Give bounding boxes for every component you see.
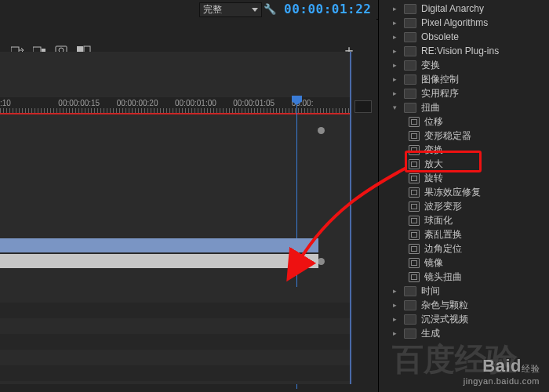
preset-icon xyxy=(409,145,420,155)
effect-item[interactable]: 放大 xyxy=(379,157,549,171)
preset-icon xyxy=(409,272,420,282)
effect-label: 镜头扭曲 xyxy=(424,270,462,284)
folder-icon xyxy=(404,74,416,85)
preset-icon xyxy=(409,131,420,141)
preset-icon xyxy=(409,173,420,183)
chevron-right-icon: ▸ xyxy=(393,315,399,323)
folder-label: 杂色与颗粒 xyxy=(421,299,468,312)
folder-icon xyxy=(404,46,416,56)
effect-label: 位移 xyxy=(424,115,443,129)
folder-label: RE:Vision Plug-ins xyxy=(421,45,499,56)
folder-label: Pixel Algorithms xyxy=(421,17,488,28)
effect-item[interactable]: 位移 xyxy=(379,114,549,129)
chevron-right-icon: ▸ xyxy=(393,301,399,309)
effect-item[interactable]: 紊乱置换 xyxy=(379,227,549,241)
folder-icon xyxy=(404,4,416,14)
quality-dropdown[interactable]: 完整 xyxy=(199,2,262,17)
effects-folder[interactable]: ▸时间 xyxy=(379,284,549,298)
folder-label: Digital Anarchy xyxy=(421,3,484,14)
folder-icon xyxy=(404,286,416,296)
preset-icon xyxy=(409,117,420,127)
work-area-bar[interactable] xyxy=(0,113,350,114)
folder-icon xyxy=(404,18,416,28)
effect-label: 变换 xyxy=(424,143,443,157)
ruler-label: 00:00:01:00 xyxy=(175,99,233,107)
wrench-icon[interactable]: 🔧 xyxy=(264,3,276,15)
watermark-brand: Baid xyxy=(482,356,522,376)
folder-icon xyxy=(404,89,416,99)
effect-label: 紊乱置换 xyxy=(424,228,462,241)
watermark: Baid经验 jingyan.baidu.com xyxy=(464,356,540,386)
preset-icon xyxy=(409,216,420,226)
keyframe-marker[interactable] xyxy=(318,127,325,134)
chevron-down-icon xyxy=(252,8,258,12)
effects-folder[interactable]: ▸生成 xyxy=(379,326,549,340)
preset-icon xyxy=(409,201,420,212)
effects-folder[interactable]: ▸Digital Anarchy xyxy=(379,2,549,16)
ruler-label: 00:00:00:20 xyxy=(117,99,175,107)
quality-value: 完整 xyxy=(203,3,222,16)
effects-folder[interactable]: ▸图像控制 xyxy=(379,72,549,86)
chevron-right-icon: ▸ xyxy=(393,75,399,83)
effect-item[interactable]: 镜像 xyxy=(379,256,549,270)
preset-icon xyxy=(409,244,420,254)
chevron-right-icon: ▸ xyxy=(393,329,399,337)
watermark-suffix: 经验 xyxy=(522,364,540,373)
effect-item[interactable]: 波形变形 xyxy=(379,199,549,213)
ruler-label: :10 xyxy=(0,99,58,107)
chevron-down-icon: ▾ xyxy=(393,103,399,111)
watermark-url: jingyan.baidu.com xyxy=(464,376,540,386)
video-clip[interactable] xyxy=(0,238,318,252)
effects-folder[interactable]: ▸杂色与颗粒 xyxy=(379,298,549,312)
folder-icon xyxy=(404,60,416,71)
folder-icon xyxy=(404,328,416,339)
effects-folder[interactable]: ▾扭曲 xyxy=(379,100,549,114)
effects-folder[interactable]: ▸Pixel Algorithms xyxy=(379,16,549,30)
ruler-label: 00:00:00:15 xyxy=(58,99,116,107)
effect-item[interactable]: 变形稳定器 xyxy=(379,129,549,143)
chevron-right-icon: ▸ xyxy=(393,89,399,97)
chevron-right-icon: ▸ xyxy=(393,19,399,27)
effects-folder[interactable]: ▸沉浸式视频 xyxy=(379,312,549,326)
effect-item[interactable]: 变换 xyxy=(379,143,549,157)
folder-label: 实用程序 xyxy=(421,87,459,100)
effect-label: 波形变形 xyxy=(424,200,462,213)
preset-icon xyxy=(409,187,420,198)
effects-folder[interactable]: ▸实用程序 xyxy=(379,86,549,100)
effect-label: 放大 xyxy=(424,158,443,171)
effect-label: 变形稳定器 xyxy=(424,129,471,143)
effects-folder[interactable]: ▸Obsolete xyxy=(379,30,549,44)
track-rows xyxy=(0,287,350,384)
folder-label: Obsolete xyxy=(421,31,459,42)
folder-label: 生成 xyxy=(421,327,440,340)
folder-icon xyxy=(404,103,416,113)
video-clip[interactable] xyxy=(0,254,318,268)
effect-item[interactable]: 果冻效应修复 xyxy=(379,185,549,199)
folder-label: 变换 xyxy=(421,59,440,72)
preset-icon xyxy=(409,230,420,240)
ruler-label: 00:00:01:05 xyxy=(233,99,291,107)
effect-item[interactable]: 镜头扭曲 xyxy=(379,270,549,284)
effect-label: 边角定位 xyxy=(424,242,462,256)
effect-item[interactable]: 边角定位 xyxy=(379,241,549,256)
folder-label: 图像控制 xyxy=(421,73,459,86)
preset-icon xyxy=(409,258,420,268)
chevron-right-icon: ▸ xyxy=(393,5,399,13)
effect-label: 果冻效应修复 xyxy=(424,186,481,199)
folder-icon xyxy=(404,300,416,310)
keyframe-marker[interactable] xyxy=(318,258,325,265)
effect-item[interactable]: 球面化 xyxy=(379,213,549,227)
chevron-right-icon: ▸ xyxy=(393,47,399,55)
effect-label: 球面化 xyxy=(424,214,453,227)
preset-icon xyxy=(409,159,420,169)
effects-tree: ▸Digital Anarchy▸Pixel Algorithms▸Obsole… xyxy=(379,2,549,392)
effect-item[interactable]: 旋转 xyxy=(379,171,549,185)
folder-label: 扭曲 xyxy=(421,101,440,114)
zoom-scroll-handle[interactable] xyxy=(354,100,372,113)
timecode-display: 00:00:01:22 xyxy=(284,2,371,16)
timeline-panel: :10 00:00:00:15 00:00:00:20 00:00:01:00 … xyxy=(0,52,351,384)
effects-folder[interactable]: ▸变换 xyxy=(379,58,549,72)
effects-folder[interactable]: ▸RE:Vision Plug-ins xyxy=(379,44,549,58)
folder-icon xyxy=(404,32,416,42)
track-clips xyxy=(0,238,318,268)
